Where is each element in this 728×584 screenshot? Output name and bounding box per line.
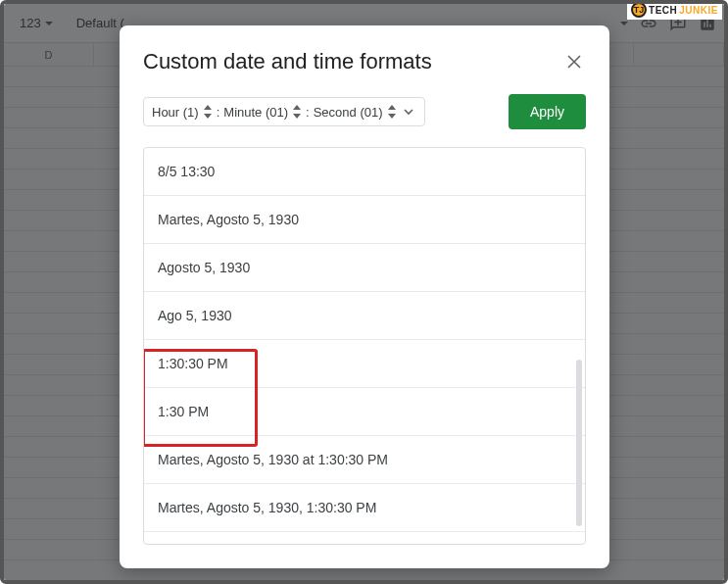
minute-token-label: Minute (01) <box>223 105 288 120</box>
format-list: 8/5 13:30 Martes, Agosto 5, 1930 Agosto … <box>143 147 586 545</box>
custom-date-time-dialog: Custom date and time formats Hour (1) : … <box>120 25 609 568</box>
watermark-text-tech: TECH <box>649 5 677 16</box>
close-icon <box>566 54 582 70</box>
add-token-button[interactable] <box>401 104 416 120</box>
dialog-title: Custom date and time formats <box>143 49 432 74</box>
dialog-header: Custom date and time formats <box>143 49 586 74</box>
format-option[interactable]: Martes, Agosto 5, 1930 <box>144 196 585 244</box>
format-token-row: Hour (1) : Minute (01) : Second (01) App… <box>143 94 586 129</box>
watermark-logo-icon: TJ <box>631 2 647 18</box>
format-token-input[interactable]: Hour (1) : Minute (01) : Second (01) <box>143 97 425 126</box>
format-option[interactable]: Agosto 5, 1930 <box>144 244 585 292</box>
close-button[interactable] <box>562 50 586 73</box>
apply-button[interactable]: Apply <box>509 94 586 129</box>
format-option[interactable]: Martes, Agosto 5, 1930 at 1:30:30 PM <box>144 436 585 484</box>
minute-token[interactable]: Minute (01) <box>223 105 302 120</box>
format-option[interactable]: 1:30 PM <box>144 388 585 436</box>
updown-icon <box>203 105 213 119</box>
second-token-label: Second (01) <box>314 105 383 120</box>
format-option[interactable]: 8/5 13:30 <box>144 148 585 196</box>
format-option[interactable]: 1:30:30 PM <box>144 340 585 388</box>
updown-icon <box>292 105 302 119</box>
separator: : <box>217 105 220 120</box>
hour-token-label: Hour (1) <box>152 105 199 120</box>
format-option[interactable]: Martes, Agosto 5, 1930, 1:30:30 PM <box>144 484 585 532</box>
separator: : <box>306 105 310 120</box>
updown-icon <box>387 105 397 119</box>
hour-token[interactable]: Hour (1) <box>152 105 213 120</box>
scrollbar-thumb[interactable] <box>576 360 582 526</box>
watermark: TJ TECHJUNKIE <box>627 0 722 20</box>
watermark-text-junkie: JUNKIE <box>679 5 718 16</box>
format-option[interactable]: Ago 5, 1930 <box>144 292 585 340</box>
chevron-down-icon <box>403 106 414 118</box>
second-token[interactable]: Second (01) <box>314 105 397 120</box>
